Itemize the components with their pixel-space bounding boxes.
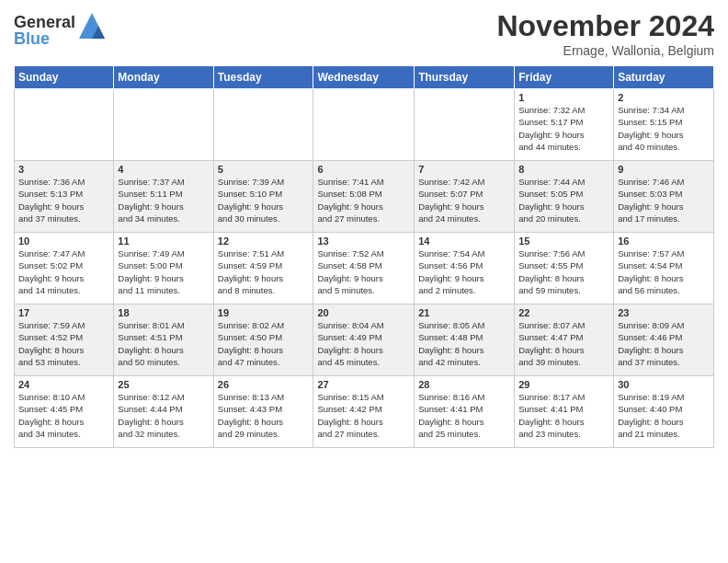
day-number: 16 [618,236,710,247]
col-sunday: Sunday [15,66,114,89]
calendar-cell [415,89,515,161]
month-title: November 2024 [496,9,714,43]
col-thursday: Thursday [415,66,515,89]
calendar-cell: 16Sunrise: 7:57 AM Sunset: 4:54 PM Dayli… [614,233,714,304]
day-number: 30 [618,379,710,390]
logo-blue: Blue [14,30,75,47]
calendar-header-row: Sunday Monday Tuesday Wednesday Thursday… [15,66,714,89]
day-info: Sunrise: 7:41 AM Sunset: 5:08 PM Dayligh… [317,176,410,224]
day-number: 5 [218,164,310,175]
day-number: 1 [518,92,609,103]
day-info: Sunrise: 8:16 AM Sunset: 4:41 PM Dayligh… [418,391,510,440]
calendar-cell: 27Sunrise: 8:15 AM Sunset: 4:42 PM Dayli… [313,376,415,448]
day-number: 19 [218,307,310,318]
day-info: Sunrise: 7:51 AM Sunset: 4:59 PM Dayligh… [218,247,310,296]
day-number: 21 [418,307,510,318]
day-info: Sunrise: 7:54 AM Sunset: 4:56 PM Dayligh… [418,247,510,296]
day-info: Sunrise: 7:49 AM Sunset: 5:00 PM Dayligh… [118,247,209,296]
day-info: Sunrise: 8:05 AM Sunset: 4:48 PM Dayligh… [418,319,510,368]
day-info: Sunrise: 7:39 AM Sunset: 5:10 PM Dayligh… [218,176,310,224]
calendar-cell: 28Sunrise: 8:16 AM Sunset: 4:41 PM Dayli… [415,376,515,448]
day-info: Sunrise: 8:09 AM Sunset: 4:46 PM Dayligh… [618,319,710,368]
day-number: 8 [518,164,609,175]
calendar-cell: 22Sunrise: 8:07 AM Sunset: 4:47 PM Dayli… [515,304,614,376]
calendar-cell: 24Sunrise: 8:10 AM Sunset: 4:45 PM Dayli… [15,376,114,448]
col-wednesday: Wednesday [313,66,415,89]
logo-text: General Blue [14,14,75,47]
day-number: 15 [518,236,609,247]
day-number: 23 [618,307,710,318]
calendar-cell: 5Sunrise: 7:39 AM Sunset: 5:10 PM Daylig… [213,161,313,233]
calendar-cell: 4Sunrise: 7:37 AM Sunset: 5:11 PM Daylig… [114,161,213,233]
week-row-4: 17Sunrise: 7:59 AM Sunset: 4:52 PM Dayli… [15,304,714,376]
logo-general: General [14,14,75,30]
calendar-cell: 26Sunrise: 8:13 AM Sunset: 4:43 PM Dayli… [213,376,313,448]
day-number: 24 [18,379,109,390]
day-info: Sunrise: 8:15 AM Sunset: 4:42 PM Dayligh… [317,391,410,440]
calendar-cell: 25Sunrise: 8:12 AM Sunset: 4:44 PM Dayli… [114,376,213,448]
calendar-cell [213,89,313,161]
day-info: Sunrise: 8:02 AM Sunset: 4:50 PM Dayligh… [218,319,310,368]
calendar-cell: 10Sunrise: 7:47 AM Sunset: 5:02 PM Dayli… [15,233,114,304]
day-info: Sunrise: 7:57 AM Sunset: 4:54 PM Dayligh… [618,247,710,296]
day-number: 3 [18,164,109,175]
calendar-cell: 21Sunrise: 8:05 AM Sunset: 4:48 PM Dayli… [415,304,515,376]
day-number: 20 [317,307,410,318]
calendar-cell: 29Sunrise: 8:17 AM Sunset: 4:41 PM Dayli… [515,376,614,448]
header: General Blue November 2024 Ernage, Wallo… [14,9,714,58]
logo-icon [79,13,105,39]
day-info: Sunrise: 8:10 AM Sunset: 4:45 PM Dayligh… [18,391,109,440]
calendar-cell: 20Sunrise: 8:04 AM Sunset: 4:49 PM Dayli… [313,304,415,376]
day-number: 28 [418,379,510,390]
day-number: 10 [18,236,109,247]
day-info: Sunrise: 7:37 AM Sunset: 5:11 PM Dayligh… [118,176,209,224]
day-number: 25 [118,379,209,390]
calendar-cell: 23Sunrise: 8:09 AM Sunset: 4:46 PM Dayli… [614,304,714,376]
week-row-3: 10Sunrise: 7:47 AM Sunset: 5:02 PM Dayli… [15,233,714,304]
calendar-cell [15,89,114,161]
week-row-2: 3Sunrise: 7:36 AM Sunset: 5:13 PM Daylig… [15,161,714,233]
day-number: 26 [218,379,310,390]
day-info: Sunrise: 7:52 AM Sunset: 4:58 PM Dayligh… [317,247,410,296]
day-number: 6 [317,164,410,175]
day-info: Sunrise: 8:17 AM Sunset: 4:41 PM Dayligh… [518,391,609,440]
day-info: Sunrise: 8:12 AM Sunset: 4:44 PM Dayligh… [118,391,209,440]
day-info: Sunrise: 7:42 AM Sunset: 5:07 PM Dayligh… [418,176,510,224]
col-tuesday: Tuesday [213,66,313,89]
calendar-cell: 15Sunrise: 7:56 AM Sunset: 4:55 PM Dayli… [515,233,614,304]
day-number: 11 [118,236,209,247]
day-number: 4 [118,164,209,175]
location: Ernage, Wallonia, Belgium [496,43,714,58]
day-info: Sunrise: 7:32 AM Sunset: 5:17 PM Dayligh… [518,104,609,153]
day-info: Sunrise: 7:56 AM Sunset: 4:55 PM Dayligh… [518,247,609,296]
day-info: Sunrise: 7:44 AM Sunset: 5:05 PM Dayligh… [518,176,609,224]
day-number: 7 [418,164,510,175]
calendar-cell: 12Sunrise: 7:51 AM Sunset: 4:59 PM Dayli… [213,233,313,304]
calendar-cell: 14Sunrise: 7:54 AM Sunset: 4:56 PM Dayli… [415,233,515,304]
day-info: Sunrise: 7:34 AM Sunset: 5:15 PM Dayligh… [618,104,710,153]
day-number: 18 [118,307,209,318]
day-info: Sunrise: 7:46 AM Sunset: 5:03 PM Dayligh… [618,176,710,224]
day-number: 13 [317,236,410,247]
week-row-5: 24Sunrise: 8:10 AM Sunset: 4:45 PM Dayli… [15,376,714,448]
week-row-1: 1Sunrise: 7:32 AM Sunset: 5:17 PM Daylig… [15,89,714,161]
calendar-cell: 18Sunrise: 8:01 AM Sunset: 4:51 PM Dayli… [114,304,213,376]
calendar-cell: 6Sunrise: 7:41 AM Sunset: 5:08 PM Daylig… [313,161,415,233]
day-number: 22 [518,307,609,318]
calendar-cell: 9Sunrise: 7:46 AM Sunset: 5:03 PM Daylig… [614,161,714,233]
logo: General Blue [14,14,105,47]
col-saturday: Saturday [614,66,714,89]
day-number: 29 [518,379,609,390]
main-container: General Blue November 2024 Ernage, Wallo… [0,0,728,453]
col-monday: Monday [114,66,213,89]
calendar-cell: 8Sunrise: 7:44 AM Sunset: 5:05 PM Daylig… [515,161,614,233]
calendar-cell: 13Sunrise: 7:52 AM Sunset: 4:58 PM Dayli… [313,233,415,304]
day-info: Sunrise: 8:07 AM Sunset: 4:47 PM Dayligh… [518,319,609,368]
day-number: 12 [218,236,310,247]
calendar-cell: 1Sunrise: 7:32 AM Sunset: 5:17 PM Daylig… [515,89,614,161]
day-info: Sunrise: 8:19 AM Sunset: 4:40 PM Dayligh… [618,391,710,440]
calendar-cell [114,89,213,161]
day-info: Sunrise: 7:47 AM Sunset: 5:02 PM Dayligh… [18,247,109,296]
day-number: 14 [418,236,510,247]
day-info: Sunrise: 7:36 AM Sunset: 5:13 PM Dayligh… [18,176,109,224]
